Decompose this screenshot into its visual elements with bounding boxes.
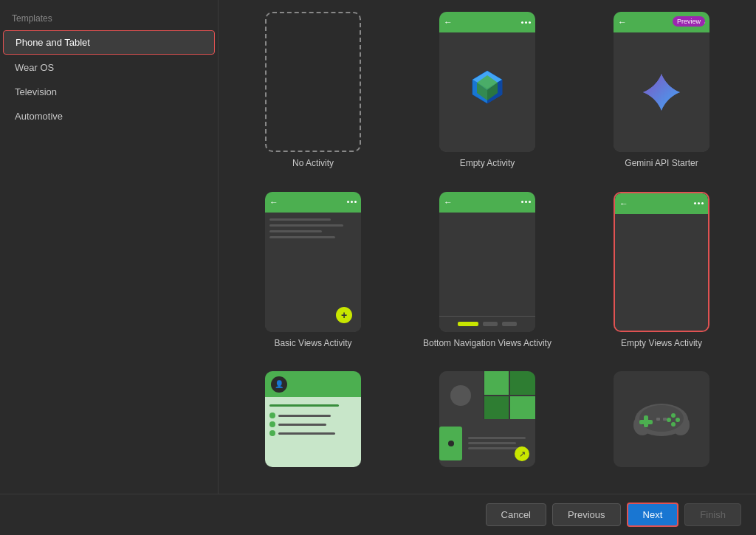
preview-badge: Preview — [673, 16, 705, 27]
svg-rect-12 — [639, 420, 653, 424]
footer: Cancel Previous Next Finish — [0, 494, 756, 535]
empty-activity-label: Empty Activity — [460, 158, 515, 168]
svg-point-14 — [676, 418, 680, 422]
previous-button[interactable]: Previous — [552, 503, 621, 526]
sidebar-item-television[interactable]: Television — [3, 80, 215, 103]
bottom-nav-label: Bottom Navigation Views Activity — [423, 338, 551, 348]
svg-point-15 — [667, 418, 671, 422]
template-empty-activity[interactable]: ← — [408, 12, 567, 177]
sidebar-title: Templates — [0, 6, 218, 30]
no-activity-label: No Activity — [292, 158, 334, 168]
game-activity-preview — [614, 371, 709, 467]
template-empty-views[interactable]: ← Empty Views Activity — [582, 192, 741, 357]
empty-views-preview: ← — [614, 192, 709, 332]
svg-point-16 — [671, 422, 676, 427]
sidebar: Templates Phone and Tablet Wear OS Telev… — [0, 0, 219, 494]
sidebar-item-automotive[interactable]: Automotive — [3, 105, 215, 128]
basic-views-label: Basic Views Activity — [274, 338, 351, 348]
gemini-label: Gemini API Starter — [625, 158, 698, 168]
template-no-activity[interactable]: No Activity — [233, 12, 393, 177]
next-button[interactable]: Next — [627, 503, 679, 527]
no-activity-preview — [265, 12, 361, 152]
template-gemini-api-starter[interactable]: Preview ← — [582, 12, 741, 177]
finish-button[interactable]: Finish — [684, 503, 741, 526]
cancel-button[interactable]: Cancel — [486, 503, 546, 526]
gemini-preview: Preview ← — [614, 12, 709, 152]
content-area: No Activity ← — [219, 0, 756, 494]
template-nav-drawer[interactable]: 👤 — [233, 371, 393, 482]
nav-drawer-preview: 👤 — [265, 371, 361, 467]
sidebar-item-phone-tablet[interactable]: Phone and Tablet — [3, 30, 215, 55]
empty-activity-preview: ← — [439, 12, 535, 152]
empty-views-label: Empty Views Activity — [621, 338, 702, 348]
template-responsive-views[interactable]: ↗ — [408, 371, 567, 482]
templates-grid: No Activity ← — [233, 12, 741, 482]
template-game-activity[interactable] — [582, 371, 741, 482]
svg-rect-18 — [663, 418, 667, 421]
responsive-views-preview: ↗ — [439, 371, 535, 467]
svg-point-13 — [671, 413, 676, 418]
basic-views-preview: ← + — [265, 192, 361, 332]
sidebar-item-wear-os[interactable]: Wear OS — [3, 56, 215, 79]
bottom-nav-preview: ← — [439, 192, 535, 332]
template-basic-views[interactable]: ← + Basic Views Activity — [233, 192, 393, 357]
template-bottom-nav-views[interactable]: ← Bottom Navigation Views Activity — [408, 192, 567, 357]
svg-rect-17 — [656, 418, 660, 421]
